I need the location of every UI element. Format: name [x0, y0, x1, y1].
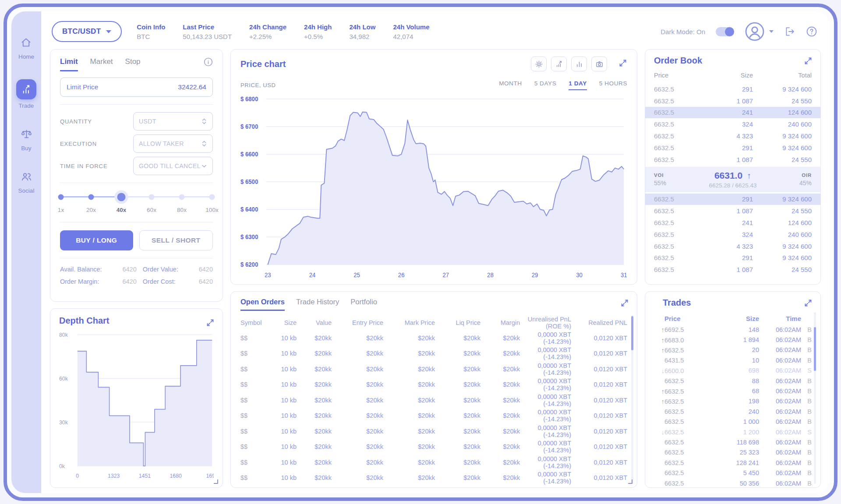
trade-row[interactable]: 6632.58806:02AMB — [654, 376, 812, 386]
trade-row[interactable]: 6632.5128 24106:02AMB — [654, 458, 812, 468]
trending-chart-icon[interactable] — [551, 56, 567, 71]
order-book-row[interactable]: 6632.51 08724 550 — [645, 205, 820, 217]
cell-price: 6632.5 — [654, 418, 706, 425]
leverage-dot-1x[interactable] — [58, 194, 64, 200]
help-button[interactable] — [806, 26, 817, 37]
trade-row[interactable]: ↑6632.519806:02AMB — [654, 396, 812, 406]
orders-tabs: Open Orders Trade History Portfolio — [240, 298, 627, 311]
range-month[interactable]: MONTH — [499, 80, 522, 90]
cell-size: 324 — [694, 120, 753, 128]
dark-mode-toggle[interactable] — [716, 27, 734, 36]
open-order-row[interactable]: $$10 kb$20kk$20kk$20kk$20kk$20kk0,0000 X… — [240, 392, 627, 408]
open-order-row[interactable]: $$10 kb$20kk$20kk$20kk$20kk$20kk0,0000 X… — [240, 377, 627, 393]
expand-icon[interactable] — [804, 299, 813, 309]
quantity-select[interactable]: USDT — [133, 112, 213, 130]
trade-row[interactable]: ↑6683.01 89406:02AMB — [654, 335, 812, 345]
range-5days[interactable]: 5 DAYS — [534, 80, 557, 90]
cell-total: 9 324 600 — [753, 85, 812, 93]
order-book-row[interactable]: 6632.51 08724 550 — [645, 95, 820, 107]
trade-row[interactable]: ↑6692.514806:02AMB — [654, 324, 812, 335]
sidebar-item-buy[interactable]: Buy — [21, 128, 32, 152]
tab-trade-history[interactable]: Trade History — [296, 298, 339, 310]
order-book-row[interactable]: 6632.51 08724 550 — [645, 154, 820, 166]
order-book-row[interactable]: 6632.52919 324 600 — [645, 194, 820, 205]
leverage-slider[interactable]: 1x20x40x60x80x100x — [61, 192, 212, 215]
expand-icon[interactable] — [618, 59, 627, 69]
leverage-dot-60x[interactable] — [149, 194, 155, 200]
trade-row[interactable]: ↑6632.52006:02AMB — [654, 345, 812, 355]
trade-row[interactable]: ↑6632.56806:02AMB — [654, 386, 812, 396]
user-menu[interactable] — [745, 21, 774, 42]
order-book-row[interactable]: 6632.52919 324 600 — [645, 142, 820, 154]
order-book-row[interactable]: 6632.5241124 600 — [645, 217, 820, 229]
expand-icon[interactable] — [206, 316, 215, 329]
buy-long-button[interactable]: BUY / LONG — [60, 230, 133, 250]
arrow-up-icon: ↑ — [654, 326, 664, 333]
order-book-row[interactable]: 6632.5324240 600 — [645, 118, 820, 130]
order-book-row[interactable]: 6632.54 3239 324 600 — [645, 130, 820, 142]
bar-chart-icon[interactable] — [571, 56, 587, 71]
limit-price-input[interactable]: Limit Price 32422.64 — [60, 78, 213, 97]
leverage-dot-100x[interactable] — [209, 194, 215, 200]
order-book-row[interactable]: 6632.5241124 600 — [645, 107, 820, 119]
expand-icon[interactable] — [804, 56, 813, 67]
order-book-row[interactable]: 6632.52919 324 600 — [645, 252, 820, 264]
expand-icon[interactable] — [620, 299, 629, 309]
open-order-row[interactable]: $$10 kb$20kk$20kk$20kk$20kk$20kk0,0000 X… — [240, 361, 627, 377]
leverage-dot-80x[interactable] — [179, 194, 185, 200]
cell-price: ↓6632.5 — [654, 428, 706, 436]
open-order-row[interactable]: $$10 kb$20kk$20kk$20kk$20kk$20kk0,0000 X… — [240, 408, 627, 424]
execution-select[interactable]: ALLOW TAKER — [133, 134, 213, 153]
open-order-row[interactable]: $$10 kb$20kk$20kk$20kk$20kk$20kk0,0000 X… — [240, 346, 627, 362]
open-order-row[interactable]: $$10 kb$20kk$20kk$20kk$20kk$20kk0,0000 X… — [240, 423, 627, 439]
main-area: BTC/USDT Coin InfoBTCLast Price50,143.23… — [41, 11, 830, 493]
trade-row[interactable]: 6632.524006:02AMB — [654, 406, 812, 416]
trade-row[interactable]: 6632.550 35606:02AMB — [654, 478, 812, 488]
header-cell: Liq Price — [435, 319, 481, 326]
tab-limit[interactable]: Limit — [60, 57, 78, 71]
sell-short-button[interactable]: SELL / SHORT — [139, 230, 213, 250]
resize-corner-icon[interactable] — [628, 479, 633, 484]
tab-market[interactable]: Market — [90, 57, 113, 70]
trade-row[interactable]: ↓6600.069806:02AMS — [654, 366, 812, 376]
trade-row[interactable]: 6632.51 00006:02AMB — [654, 417, 812, 427]
range-5hours[interactable]: 5 HOURS — [599, 80, 627, 90]
order-book-row[interactable]: 6632.5324240 600 — [645, 229, 820, 240]
trade-row[interactable]: 6632.525 32306:02AMB — [654, 448, 812, 458]
header-cell: Unrealised PnL (ROE %) — [520, 316, 571, 330]
arrow-up-icon: ↑ — [654, 398, 664, 405]
trade-row[interactable]: 6431.51006:02AMB — [654, 355, 812, 365]
tab-open-orders[interactable]: Open Orders — [240, 298, 285, 311]
tab-portfolio[interactable]: Portfolio — [350, 298, 377, 310]
open-order-row[interactable]: $$10 kb$20kk$20kk$20kk$20kk$20kk0,0000 X… — [240, 439, 627, 455]
cell-size: 241 — [694, 219, 753, 226]
trade-row[interactable]: 6632.5118 69806:02AMB — [654, 437, 812, 447]
cell: 0,0120 XBT — [571, 350, 627, 357]
open-order-row[interactable]: $$10 kb$20kk$20kk$20kk$20kk$20kk0,0000 X… — [240, 330, 627, 346]
leverage-dot-40x[interactable] — [117, 193, 126, 201]
scrollbar-thumb[interactable] — [631, 316, 633, 350]
logout-button[interactable] — [784, 26, 795, 37]
sidebar-item-trade[interactable]: Trade — [16, 79, 36, 109]
sidebar-item-home[interactable]: Home — [18, 37, 34, 60]
camera-icon[interactable] — [591, 56, 607, 71]
trade-row[interactable]: ↓6632.51 20006:02AMS — [654, 427, 812, 437]
tab-stop[interactable]: Stop — [125, 57, 141, 70]
trade-row[interactable]: 6632.55 45006:02AMB — [654, 468, 812, 478]
order-book-row[interactable]: 6632.52919 324 600 — [645, 83, 820, 95]
time-in-force-select[interactable]: GOOD TILL CANCEL — [133, 157, 213, 175]
settings-icon[interactable] — [531, 56, 547, 71]
info-icon[interactable] — [204, 57, 213, 68]
sidebar-item-social[interactable]: Social — [18, 171, 35, 194]
open-order-row[interactable]: $$10 kb$20kk$20kk$20kk$20kk$20kk0,0000 X… — [240, 470, 627, 486]
leverage-dot-20x[interactable] — [88, 194, 94, 200]
pair-selector[interactable]: BTC/USDT — [52, 21, 122, 42]
resize-corner-icon[interactable] — [214, 479, 218, 484]
cell: 0,0000 XBT (-14.23%) — [520, 377, 571, 391]
open-order-row[interactable]: $$10 kb$20kk$20kk$20kk$20kk$20kk0,0000 X… — [240, 455, 627, 470]
order-book-row[interactable]: 6632.54 3239 324 600 — [645, 240, 820, 252]
scrollbar-thumb[interactable] — [814, 327, 816, 371]
range-1day[interactable]: 1 DAY — [569, 80, 587, 90]
order-book-row[interactable]: 6632.51 08724 550 — [645, 264, 820, 275]
cell: $20kk — [332, 428, 383, 435]
